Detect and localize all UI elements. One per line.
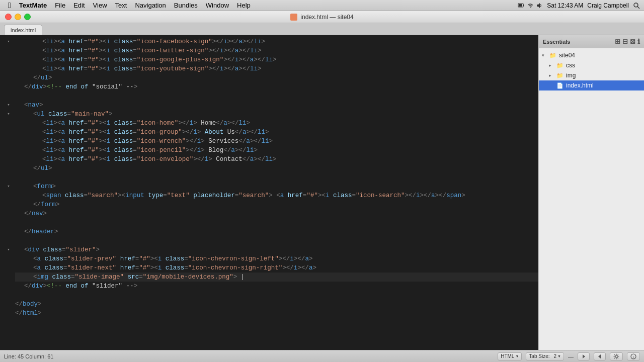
code-line[interactable]: <li><a href="#"><i class="icon-group"></…: [15, 128, 538, 137]
code-line[interactable]: [15, 218, 538, 227]
code-line[interactable]: </body>: [15, 300, 538, 309]
title-text: index.html — site04: [300, 14, 353, 21]
menu-text[interactable]: Text: [111, 0, 131, 11]
gutter-arrow: [5, 273, 12, 282]
code-line[interactable]: [15, 236, 538, 245]
menu-view[interactable]: View: [89, 0, 111, 11]
gutter-arrow: [5, 64, 12, 73]
code-line[interactable]: [15, 291, 538, 300]
code-line[interactable]: </form>: [15, 200, 538, 209]
sidebar-icon-left[interactable]: ⊞: [615, 38, 620, 45]
code-line[interactable]: </div><!-- end of "social" -->: [15, 82, 538, 92]
tabsize-caret: ▼: [557, 354, 561, 358]
code-line[interactable]: <li><a href="#"><i class="icon-home"></i…: [15, 119, 538, 128]
tab-index-html[interactable]: index.html: [4, 25, 42, 35]
code-line[interactable]: [15, 92, 538, 101]
gutter-arrow: [5, 119, 12, 128]
editor-content: ▾▾▾▾▾<li><a href="#"><i class="icon-face…: [0, 35, 538, 320]
code-line[interactable]: <li><a href="#"><i class="icon-envelope"…: [15, 155, 538, 164]
gutter-arrow: [5, 309, 12, 318]
code-line[interactable]: <nav>: [15, 101, 538, 110]
sidebar-folder-item[interactable]: ▸📁css: [539, 60, 644, 70]
folder-icon: 📁: [556, 61, 564, 69]
tree-item-label: site04: [559, 52, 575, 59]
statusbar-right: HTML ▼ Tab Size: 2 ▼ — i: [498, 352, 640, 360]
language-label: HTML: [501, 353, 514, 359]
code-line[interactable]: </ul>: [15, 73, 538, 82]
menu-edit[interactable]: Edit: [69, 0, 89, 11]
gutter-arrow: [5, 128, 12, 137]
svg-marker-3: [537, 3, 540, 8]
code-line[interactable]: </div><!-- end of "slider" -->: [15, 282, 538, 291]
code-line[interactable]: <ul class="main-nav">: [15, 110, 538, 119]
maximize-button[interactable]: [24, 14, 31, 20]
tabbar: index.html: [0, 23, 644, 35]
sidebar-icon-right[interactable]: ⊠: [630, 38, 635, 45]
sidebar-header: Essentials ⊞ ⊟ ⊠ ℹ: [539, 35, 644, 48]
gutter-arrow: [5, 263, 12, 273]
code-line[interactable]: <li><a href="#"><i class="icon-twitter-s…: [15, 46, 538, 55]
gutter-arrow: ▾: [5, 110, 12, 119]
sidebar-icon-info[interactable]: ℹ: [637, 38, 640, 45]
gutter-arrow: [5, 254, 12, 263]
code-line[interactable]: <div class="slider">: [15, 245, 538, 254]
gutter-arrow: [5, 173, 12, 182]
menu-navigation[interactable]: Navigation: [131, 0, 170, 11]
gutter-arrow: [5, 146, 12, 155]
language-caret: ▼: [515, 354, 519, 358]
menu-window[interactable]: Window: [202, 0, 233, 11]
gutter-arrow: [5, 200, 12, 209]
wifi-icon: [527, 2, 534, 9]
traffic-lights[interactable]: [5, 14, 31, 20]
menu-bundles[interactable]: Bundles: [170, 0, 202, 11]
code-line[interactable]: <img class="slide-image" src="img/mobile…: [15, 273, 538, 282]
sidebar-header-icons[interactable]: ⊞ ⊟ ⊠ ℹ: [615, 38, 640, 45]
code-line[interactable]: </header>: [15, 227, 538, 236]
code-line[interactable]: [15, 173, 538, 182]
gutter-arrow: [5, 73, 12, 82]
gutter-arrow: [5, 137, 12, 146]
sidebar-folder-item[interactable]: ▾📁site04: [539, 50, 644, 60]
code-line[interactable]: <a class="slider-prev" href="#"><i class…: [15, 254, 538, 263]
gutter-arrow: ▾: [5, 245, 12, 254]
gutter-arrow: ▾: [5, 37, 12, 46]
editor[interactable]: ▾▾▾▾▾<li><a href="#"><i class="icon-face…: [0, 35, 538, 350]
statusbar-left-btn[interactable]: [578, 352, 590, 360]
statusbar-right-btn[interactable]: [594, 352, 606, 360]
folder-icon: 📁: [556, 71, 564, 79]
file-icon: 📄: [556, 81, 564, 89]
tree-item-label: css: [566, 62, 575, 69]
statusbar-info-btn[interactable]: i: [627, 352, 640, 360]
code-line[interactable]: <li><a href="#"><i class="icon-google-pl…: [15, 55, 538, 64]
minimize-button[interactable]: [15, 14, 21, 20]
apple-menu[interactable]: : [4, 0, 15, 11]
sidebar-folder-item[interactable]: ▸📁img: [539, 70, 644, 80]
code-line[interactable]: <a class="slider-next" href="#"><i class…: [15, 263, 538, 273]
code-line[interactable]: </ul>: [15, 164, 538, 173]
close-button[interactable]: [5, 14, 12, 20]
code-line[interactable]: <li><a href="#"><i class="icon-facebook-…: [15, 37, 538, 46]
code-line[interactable]: <li><a href="#"><i class="icon-youtube-s…: [15, 64, 538, 73]
search-menubar-icon[interactable]: [633, 2, 640, 9]
menu-file[interactable]: File: [51, 0, 69, 11]
code-line[interactable]: </html>: [15, 309, 538, 318]
language-dropdown[interactable]: HTML ▼: [498, 352, 522, 360]
code-line[interactable]: <li><a href="#"><i class="icon-wrench"><…: [15, 137, 538, 146]
code-line[interactable]: <span class="search"><input type="text" …: [15, 191, 538, 200]
menu-textmate[interactable]: TextMate: [15, 0, 51, 11]
menu-help[interactable]: Help: [233, 0, 255, 11]
sidebar-icon-middle[interactable]: ⊟: [622, 38, 628, 45]
status-dash: —: [568, 353, 574, 359]
svg-marker-7: [598, 354, 601, 358]
code-line[interactable]: </nav>: [15, 209, 538, 218]
code-line[interactable]: <form>: [15, 182, 538, 191]
code-line[interactable]: <li><a href="#"><i class="icon-pencil"><…: [15, 146, 538, 155]
gutter-arrow: [5, 291, 12, 300]
main-layout: ▾▾▾▾▾<li><a href="#"><i class="icon-face…: [0, 35, 644, 350]
titlebar: index.html — site04: [0, 11, 644, 23]
statusbar-gear-btn[interactable]: [610, 352, 623, 360]
gutter-arrow: [5, 191, 12, 200]
titlebar-filename: index.html — site04: [290, 14, 353, 21]
tabsize-dropdown[interactable]: Tab Size: 2 ▼: [526, 352, 564, 360]
sidebar-file-item[interactable]: 📄index.html: [539, 80, 644, 90]
